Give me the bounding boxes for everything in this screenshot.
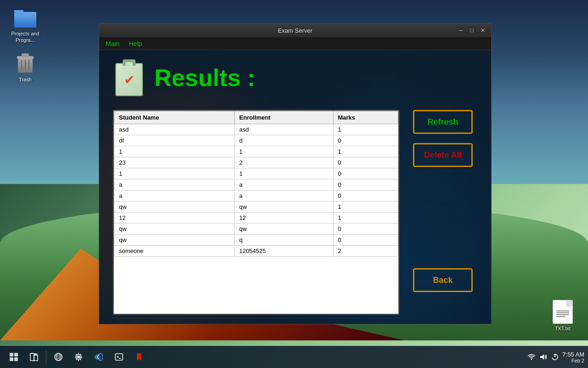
table-cell: someone — [114, 246, 235, 257]
table-cell: 1 — [333, 201, 398, 213]
table-cell: 1 — [114, 168, 235, 179]
table-cell: 12 — [234, 213, 333, 224]
refresh-button[interactable]: Refresh — [413, 110, 473, 134]
wifi-icon — [527, 354, 536, 360]
table-body: asdasd1dfd01112320110aa0aa0qwqw112121qwq… — [114, 124, 398, 257]
table-row[interactable]: asdasd1 — [114, 124, 398, 135]
table-cell: 0 — [333, 235, 398, 246]
txt-file-label: TXT.txt — [555, 326, 571, 331]
taskbar-bookmark-button[interactable] — [130, 348, 148, 366]
taskbar-globe-button[interactable] — [49, 348, 68, 366]
page-header: ✔ Results : — [113, 59, 477, 96]
table-cell: 23 — [114, 157, 235, 168]
window-controls: – □ ✕ — [456, 26, 487, 34]
table-cell: asd — [114, 124, 235, 135]
window-content: ✔ Results : Student Name Enrollment Mark… — [99, 50, 491, 324]
main-area: Student Name Enrollment Marks asdasd1dfd… — [113, 110, 477, 315]
taskbar-files-button[interactable] — [25, 348, 43, 366]
taskbar-clock: 7:55 AM Feb 2 — [562, 351, 584, 363]
taskbar-terminal-button[interactable] — [110, 348, 128, 366]
table-cell: df — [114, 135, 235, 146]
delete-all-button[interactable]: Delete All — [413, 143, 473, 167]
table-row[interactable]: qwqw0 — [114, 224, 398, 235]
table-row[interactable]: 111 — [114, 146, 398, 157]
table-header: Student Name Enrollment Marks — [114, 111, 398, 124]
trash-icon — [14, 52, 36, 75]
svg-rect-11 — [14, 353, 18, 356]
table-cell: 1 — [234, 168, 333, 179]
taskbar-settings-button[interactable] — [69, 348, 88, 366]
svg-point-22 — [77, 356, 80, 358]
page-title: Results : — [154, 64, 255, 92]
col-enrollment: Enrollment — [234, 111, 333, 124]
table-cell: 2 — [234, 157, 333, 168]
svg-rect-13 — [14, 357, 18, 361]
svg-rect-2 — [14, 10, 23, 15]
window-close-button[interactable]: ✕ — [478, 26, 487, 34]
table-row[interactable]: dfd0 — [114, 135, 398, 146]
table-cell: 12054525 — [234, 246, 333, 257]
table-cell: 1 — [234, 146, 333, 157]
volume-icon — [539, 353, 548, 361]
txt-file[interactable]: TXT.txt — [547, 300, 579, 331]
taskbar-vscode-button[interactable] — [90, 348, 108, 366]
table-header-row: Student Name Enrollment Marks — [114, 111, 398, 124]
menu-item-main[interactable]: Main — [101, 38, 124, 49]
table-cell: 1 — [114, 146, 235, 157]
back-button[interactable]: Back — [413, 268, 473, 292]
table-cell: 0 — [333, 157, 398, 168]
taskbar: 7:55 AM Feb 2 — [0, 346, 588, 368]
table-cell: 1 — [333, 213, 398, 224]
window-titlebar: Exam Server – □ ✕ — [99, 23, 491, 37]
desktop: Projects and Progra... Trash — [0, 0, 588, 368]
table-cell: 1 — [333, 146, 398, 157]
table-cell: 12 — [114, 213, 235, 224]
table-row[interactable]: someone120545252 — [114, 246, 398, 257]
table-cell: 0 — [333, 190, 398, 201]
trash-icon-label: Trash — [19, 76, 32, 83]
clock-date: Feb 2 — [562, 358, 584, 363]
table-cell: q — [234, 235, 333, 246]
table-row[interactable]: 2320 — [114, 157, 398, 168]
clipboard-clip — [123, 59, 136, 66]
window-minimize-button[interactable]: – — [456, 26, 465, 34]
menubar: Main Help — [99, 37, 491, 50]
folder-icon — [14, 6, 36, 29]
taskbar-separator-1 — [46, 350, 46, 364]
txt-icon-lines — [556, 310, 569, 317]
taskbar-right: 7:55 AM Feb 2 — [527, 351, 584, 363]
desktop-icon-trash[interactable]: Trash — [7, 51, 44, 85]
table-cell: qw — [114, 235, 235, 246]
clock-time: 7:55 AM — [562, 351, 584, 358]
projects-icon-label: Projects and Progra... — [9, 30, 42, 44]
results-table-container: Student Name Enrollment Marks asdasd1dfd… — [113, 110, 399, 315]
svg-rect-14 — [30, 353, 34, 361]
table-cell: qw — [234, 224, 333, 235]
desktop-icon-projects[interactable]: Projects and Progra... — [7, 5, 44, 46]
svg-rect-10 — [10, 353, 13, 356]
table-row[interactable]: 12121 — [114, 213, 398, 224]
table-cell: asd — [234, 124, 333, 135]
txt-icon — [553, 300, 573, 324]
window-title: Exam Server — [278, 27, 312, 34]
checkmark-icon: ✔ — [124, 72, 135, 87]
window-maximize-button[interactable]: □ — [467, 26, 476, 34]
svg-rect-6 — [22, 53, 29, 57]
menu-item-help[interactable]: Help — [124, 38, 147, 49]
table-cell: a — [234, 190, 333, 201]
clipboard-body: ✔ — [115, 63, 143, 96]
svg-rect-12 — [10, 357, 13, 361]
table-row[interactable]: qwq0 — [114, 235, 398, 246]
svg-rect-16 — [34, 353, 38, 356]
table-cell: a — [114, 179, 235, 190]
taskbar-apps-button[interactable] — [5, 348, 23, 366]
table-row[interactable]: aa0 — [114, 190, 398, 201]
col-marks: Marks — [333, 111, 398, 124]
table-row[interactable]: qwqw1 — [114, 201, 398, 213]
table-cell: qw — [234, 201, 333, 213]
table-cell: a — [114, 190, 235, 201]
col-student-name: Student Name — [114, 111, 235, 124]
table-row[interactable]: 110 — [114, 168, 398, 179]
table-cell: 0 — [333, 135, 398, 146]
table-row[interactable]: aa0 — [114, 179, 398, 190]
